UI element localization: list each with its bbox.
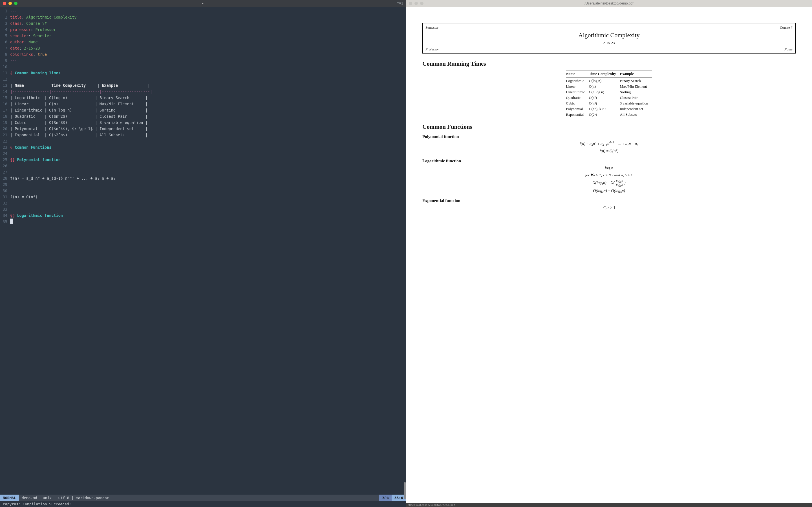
document-title: Algorithmic Complexity (425, 32, 793, 39)
editor-titlebar: ~ ⌥⌘1 (0, 0, 406, 7)
subsection-heading: Exponential function (422, 198, 796, 203)
table-row: LogarithmicO(log n)Binary Search (566, 77, 652, 84)
statusline: NORMAL demo.md unix | utf-8 | markdown.p… (0, 495, 406, 501)
header-semester: Semester (425, 25, 439, 30)
editor-pane: ~ ⌥⌘1 1--- 2title: Algorithmic Complexit… (0, 0, 406, 507)
pdf-pane: /Users/aleinin/Desktop/demo.pdf Semester… (406, 0, 812, 507)
line-number: 1 (0, 8, 10, 14)
equation: rn, r > 1 (422, 205, 796, 211)
editor-window-hint: ⌥⌘1 (397, 1, 403, 5)
table-row: ExponentialO(2ⁿ)All Subsets (566, 112, 652, 118)
pdf-bottom-bar: /Users/aleinin/Desktop/demo.pdf (406, 503, 812, 507)
complexity-table: Name Time Complexity Example Logarithmic… (566, 70, 652, 118)
equation: f(n) = adnd + ad−1nd−1 + ... + a1n + a0 (422, 141, 796, 147)
table-row: LinearO(n)Max/Min Element (566, 83, 652, 89)
subsection-heading: Logarithmic function (422, 159, 796, 163)
section-heading: Common Running Times (422, 60, 796, 67)
close-icon[interactable] (3, 2, 6, 5)
traffic-lights-inactive (409, 2, 423, 5)
traffic-lights (3, 2, 17, 5)
pdf-page[interactable]: Semester Course # Algorithmic Complexity… (406, 7, 812, 503)
editor-window-title: ~ (202, 1, 204, 6)
table-row: PolynomialO(nᵏ), k ≥ 1Independent set (566, 106, 652, 112)
equation-raw: f(n) = a_d nᵈ + a_{d-1} nᵈ⁻¹ + ... + a₁ … (10, 175, 116, 181)
maximize-icon[interactable] (420, 2, 423, 5)
minimize-icon[interactable] (414, 2, 418, 5)
scrollbar-thumb[interactable] (404, 482, 406, 499)
table-row: QuadraticO(n²)Closest Pair (566, 95, 652, 101)
th-name: Name (566, 70, 589, 77)
header-author: Name (784, 47, 793, 52)
pdf-titlebar: /Users/aleinin/Desktop/demo.pdf (406, 0, 812, 7)
header-course: Course # (780, 25, 793, 30)
th-time: Time Complexity (589, 70, 620, 77)
equation: O(logan) = O(logbnlogba) (422, 179, 796, 187)
table-row: LinearithmicO(n log n)Sorting (566, 89, 652, 95)
equation-raw: f(n) = O(nᵈ) (10, 194, 38, 200)
cursor (10, 219, 13, 224)
table-row: CubicO(n³)3 variable equation (566, 101, 652, 106)
status-fileinfo: unix | utf-8 | markdown.pandoc (40, 495, 379, 501)
message-line: Papyrus: Compilation Succeeded! (0, 501, 406, 507)
equation-condition: for ∀a > 1, x > 0. const a, b > 1 (422, 172, 796, 178)
document-header-box: Semester Course # Algorithmic Complexity… (422, 23, 796, 54)
code-area[interactable]: 1--- 2title: Algorithmic Complexity 3cla… (0, 7, 406, 495)
th-example: Example (620, 70, 652, 77)
equation: logan (422, 165, 796, 171)
status-mode: NORMAL (0, 495, 19, 501)
close-icon[interactable] (409, 2, 412, 5)
section-heading: Common Functions (422, 123, 796, 130)
equation: O(logan) = O(logbn) (422, 188, 796, 194)
subsection-heading: Polynomial function (422, 134, 796, 139)
document-date: 2-15-23 (425, 41, 793, 45)
minimize-icon[interactable] (8, 2, 12, 5)
pdf-window-title: /Users/aleinin/Desktop/demo.pdf (585, 1, 633, 5)
status-filename: demo.md (19, 495, 40, 501)
status-percent: 38% (379, 495, 391, 501)
maximize-icon[interactable] (14, 2, 17, 5)
header-professor: Professor (425, 47, 439, 52)
equation: f(n) = O(nd) (422, 148, 796, 154)
